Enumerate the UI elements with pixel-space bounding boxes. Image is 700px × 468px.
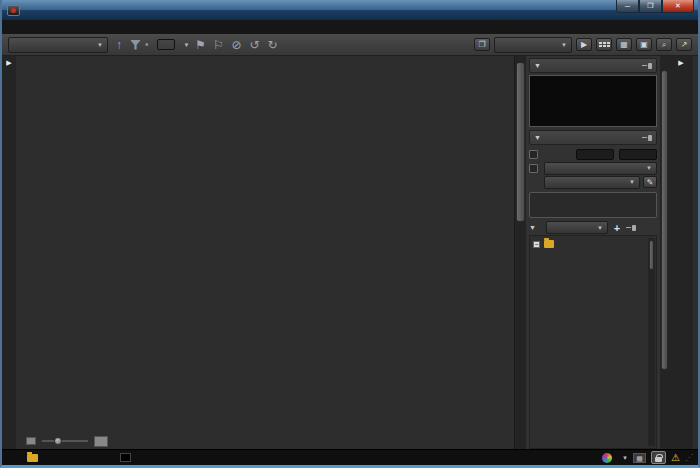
presets-scrollbar-thumb[interactable] — [649, 240, 654, 270]
large-thumbnail-icon — [94, 436, 108, 447]
tint-dropdown[interactable]: ▼ — [544, 162, 657, 175]
presets-favorites-dropdown[interactable]: ▼ — [546, 221, 608, 234]
thumbnail-size-knob[interactable] — [54, 437, 62, 445]
app-icon — [7, 5, 20, 16]
presets-section: ▼ ▼ + − — [529, 221, 657, 449]
right-tab-strip: ▶ — [669, 56, 693, 449]
browser-scrollbar[interactable] — [514, 56, 526, 449]
adjustments-panel: ▼ ▼ ▼ — [526, 56, 660, 449]
thumbnail-size-bar — [16, 433, 514, 449]
sort-field-dropdown[interactable]: ▼ — [8, 37, 108, 53]
browser-scrollbar-thumb[interactable] — [516, 62, 525, 222]
flag-pick-icon[interactable]: ⚑ — [193, 39, 207, 51]
rotate-left-icon[interactable]: ↺ — [247, 39, 261, 51]
filter-icon[interactable] — [130, 40, 141, 50]
minimize-button[interactable]: ─ — [616, 0, 639, 13]
fullscreen-icon[interactable]: ↗ — [676, 38, 692, 51]
pin-icon[interactable] — [642, 62, 652, 70]
panel-scrollbar-thumb[interactable] — [661, 70, 668, 370]
pin-icon[interactable] — [626, 224, 636, 232]
app-window: ─ ❐ ✕ ▼ ↑ • ▼ ⚑ ⚐ ⊘ ↺ ↻ ❐ ▼ — [0, 0, 700, 468]
image-view-icon[interactable]: ▣ — [636, 38, 652, 51]
rating-none-icon[interactable]: • — [145, 39, 149, 50]
white-balance-dropdown[interactable]: ▼ — [544, 176, 640, 189]
label-color-dropdown-icon[interactable]: ▼ — [184, 42, 190, 48]
presets-list: − — [529, 235, 657, 449]
magnifier-icon[interactable]: ⌕ — [656, 38, 672, 51]
add-preset-button[interactable]: + — [611, 222, 623, 234]
autolevel-row — [529, 147, 657, 161]
collapse-triangle-icon[interactable]: ▼ — [534, 134, 541, 141]
status-bar: ▼ ▦ ⚠ ⋰ — [2, 449, 698, 465]
thumbnail-view-icon[interactable] — [596, 38, 612, 51]
sampled-color-swatch — [120, 453, 131, 462]
autolevel-checkbox[interactable] — [529, 150, 538, 159]
eyedropper-button[interactable]: ✎ — [643, 176, 657, 188]
chevron-down-icon: ▼ — [97, 42, 103, 48]
histogram-header[interactable]: ▼ — [529, 58, 657, 73]
keywords-input[interactable] — [529, 192, 657, 218]
thumbnail-size-slider[interactable] — [42, 440, 88, 442]
tree-collapse-icon[interactable]: − — [533, 241, 540, 248]
folder-icon — [27, 454, 38, 462]
panel-scrollbar[interactable] — [660, 56, 669, 449]
small-thumbnail-icon — [26, 437, 36, 445]
presets-scrollbar[interactable] — [648, 238, 655, 446]
collapse-right-panel-icon[interactable]: ▶ — [678, 59, 683, 67]
flag-clear-icon[interactable]: ⊘ — [229, 39, 243, 51]
collapse-left-panel-icon[interactable]: ▶ — [6, 59, 11, 67]
close-button[interactable]: ✕ — [662, 0, 694, 13]
chevron-down-icon: ▼ — [597, 225, 603, 231]
flag-reject-icon[interactable]: ⚐ — [211, 39, 225, 51]
pin-icon[interactable] — [642, 134, 652, 142]
grid-glyph — [599, 42, 610, 47]
presets-header: ▼ ▼ + — [529, 221, 657, 234]
color-management-icon[interactable] — [602, 453, 612, 463]
collapse-triangle-icon[interactable]: ▼ — [534, 62, 541, 69]
layer-selector[interactable]: ▼ — [494, 37, 572, 53]
browse-view-icon[interactable]: ▦ — [616, 38, 632, 51]
label-color-swatch[interactable] — [157, 39, 175, 50]
perfectly-clear-row: ▼ — [529, 161, 657, 175]
perfectly-clear-checkbox[interactable] — [529, 164, 538, 173]
resize-grip[interactable]: ⋰ — [685, 453, 692, 462]
collapse-triangle-icon[interactable]: ▼ — [529, 224, 536, 231]
thumbnail-browser — [16, 56, 514, 449]
toolbar: ▼ ↑ • ▼ ⚑ ⚐ ⊘ ↺ ↻ ❐ ▼ ▶ ▦ ▣ ⌕ — [2, 34, 698, 56]
preset-folder-row[interactable]: − — [533, 238, 653, 250]
chevron-down-icon[interactable]: ▼ — [622, 455, 628, 461]
warning-icon[interactable]: ⚠ — [671, 452, 680, 463]
autolevel-value-1[interactable] — [576, 149, 614, 160]
lock-icon — [655, 457, 662, 462]
white-balance-row: ▼ ✎ — [529, 175, 657, 189]
title-bar[interactable]: ─ ❐ ✕ — [2, 0, 698, 20]
rotate-right-icon[interactable]: ↻ — [265, 39, 279, 51]
thumbnail-grid — [16, 56, 514, 433]
sort-direction-icon[interactable]: ↑ — [112, 39, 126, 51]
menu-bar — [2, 20, 698, 34]
chevron-down-icon: ▼ — [561, 42, 567, 48]
histogram-display — [529, 75, 657, 127]
left-tab-strip: ▶ — [2, 56, 16, 449]
copy-settings-icon[interactable]: ❐ — [474, 38, 490, 51]
slideshow-icon[interactable]: ▶ — [576, 38, 592, 51]
lock-toggle[interactable] — [651, 451, 666, 464]
chevron-down-icon: ▼ — [646, 165, 652, 171]
folder-icon — [544, 240, 554, 248]
maximize-button[interactable]: ❐ — [639, 0, 662, 13]
basic-adjustments-header[interactable]: ▼ — [529, 130, 657, 145]
dual-display-icon[interactable]: ▦ — [633, 453, 646, 463]
autolevel-value-2[interactable] — [619, 149, 657, 160]
chevron-down-icon: ▼ — [629, 179, 635, 185]
